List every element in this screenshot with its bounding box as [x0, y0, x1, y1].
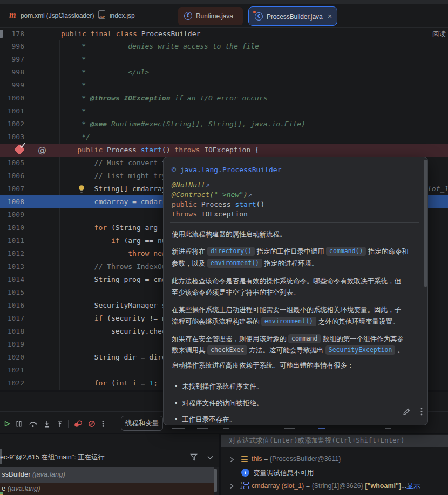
view-breakpoints-button[interactable]	[73, 419, 83, 428]
jsp-icon: JSP	[98, 10, 105, 19]
tab-runtime-java[interactable]: C Runtime.java	[178, 7, 243, 25]
sticky-code[interactable]: public final class ProcessBuilder	[61, 28, 200, 40]
step-over-button[interactable]	[29, 419, 37, 428]
sticky-line-number: 178	[0, 28, 24, 40]
line-number: 1011	[0, 234, 24, 247]
variable-name: this	[252, 455, 262, 463]
completion-item-selected[interactable]: ssBuilder (java.lang)	[0, 467, 214, 483]
class-icon: ©	[172, 166, 180, 174]
array-icon: 1 2	[240, 481, 249, 490]
line-number: 1020	[0, 351, 24, 364]
window-top-edge	[0, 0, 448, 4]
close-icon[interactable]: ×	[328, 11, 332, 21]
popup-doc-line: 此方法检查该命令是否是有效的操作系统命令。哪些命令有效取决于系统，但	[172, 276, 417, 287]
evaluate-input[interactable]: 对表达式求值(Enter)或添加监视(Ctrl+Shift+Enter)	[221, 435, 448, 447]
maven-icon: m	[9, 10, 18, 21]
popup-more-icon[interactable]	[419, 406, 424, 417]
class-completion-popup: ssBuilder (java.lang) e (java.lang)	[0, 467, 219, 495]
popup-signature-line: throws IOException	[172, 209, 248, 219]
sticky-header-line: 178 public final class ProcessBuilder 阅读	[0, 28, 448, 40]
code-line[interactable]: *	[60, 105, 86, 118]
line-number: 1000	[0, 92, 24, 105]
popup-doc-line: 使用此流程构建器的属性启动新流程。	[172, 229, 417, 240]
code-line[interactable]: */	[60, 131, 90, 144]
array-preview: ["whoami"]	[363, 482, 401, 490]
hidden-tab-fragment	[172, 428, 185, 429]
line-number: 1010	[0, 221, 24, 234]
annotation-gutter-icon[interactable]: @	[38, 144, 46, 157]
code-reference-chip[interactable]: directory()	[207, 247, 255, 256]
popup-bullet-line: 对程序文件的访问被拒绝。	[175, 398, 417, 409]
variable-value: {ProcessBuilder@3611}	[270, 455, 341, 463]
line-number: 1016	[0, 299, 24, 312]
code-line[interactable]: * @see Runtime#exec(String[], String[], …	[60, 118, 306, 131]
cut-icon-fragment	[0, 492, 3, 494]
tab-index-jsp[interactable]: JSP index.jsp	[95, 6, 160, 25]
resume-button[interactable]	[3, 419, 11, 428]
chevron-down-icon[interactable]	[207, 455, 214, 460]
code-line[interactable]: public Process start() throws IOExceptio…	[60, 144, 259, 157]
line-number: 1022	[0, 377, 24, 390]
pause-button[interactable]	[15, 419, 23, 428]
popup-doc-line: 数来调用其 checkExec 方法。这可能会导致抛出 SecurityExce…	[172, 345, 417, 356]
variables-panel: 对表达式求值(Enter)或添加监视(Ctrl+Shift+Enter) thi…	[221, 434, 448, 495]
code-reference-chip[interactable]: SecurityException	[325, 345, 396, 355]
code-line[interactable]: * @throws IOException if an I/O error oc…	[60, 92, 268, 105]
expand-chevron-icon[interactable]	[229, 483, 235, 490]
tab-label: ProcessBuilder.java	[267, 12, 323, 21]
completion-scrollbar[interactable]	[214, 469, 217, 492]
class-name: ssBuilder	[2, 470, 30, 478]
tab-label: pom.xml (JspClassloader)	[21, 11, 94, 20]
more-actions-icon[interactable]	[100, 419, 106, 428]
code-reference-chip[interactable]: command()	[326, 247, 366, 256]
code-reference-chip[interactable]: command	[288, 334, 321, 343]
code-line[interactable]: if (arg == null)	[60, 234, 179, 247]
documentation-popup: © java.lang.ProcessBuilder@NotNull↗@Cont…	[163, 157, 428, 425]
line-number: 1012	[0, 247, 24, 260]
tab-processbuilder-java[interactable]: C ProcessBuilder.java ×	[248, 6, 337, 26]
reader-mode-label[interactable]: 阅读	[432, 30, 446, 39]
package-name: (java.lang)	[32, 470, 65, 478]
step-into-button[interactable]	[43, 419, 51, 428]
popup-bullet-line: 未找到操作系统程序文件。	[175, 381, 417, 392]
line-number: 1019	[0, 338, 24, 351]
code-line[interactable]: * </ul>	[60, 66, 149, 79]
popup-doc-line: 新进程将在 directory() 指定的工作目录中调用 command() 指…	[172, 246, 417, 257]
popup-scrollbar[interactable]	[424, 160, 427, 287]
class-name: e	[2, 484, 5, 492]
mute-breakpoints-button[interactable]	[87, 419, 96, 428]
line-number: 1017	[0, 312, 24, 325]
code-line[interactable]: * denies write access to the file	[60, 40, 259, 53]
line-number: 1001	[0, 105, 24, 118]
tab-threads-variables[interactable]: 线程和变量	[121, 416, 163, 431]
edit-source-icon[interactable]	[402, 408, 411, 416]
variable-row-cmdarray[interactable]: 1 2 cmdarray (slot_1) = {String[1]@3626}…	[221, 479, 448, 492]
completion-item[interactable]: e (java.lang)	[0, 483, 214, 495]
line-number: 996	[0, 40, 24, 53]
line-number: 999	[0, 79, 24, 92]
code-reference-chip[interactable]: environment()	[207, 259, 262, 268]
filter-icon[interactable]	[189, 453, 198, 462]
thread-status[interactable]: ec-9"@2,615 在组"main": 正在运行	[0, 452, 105, 463]
hidden-tab-fragment	[318, 428, 325, 429]
step-out-button[interactable]	[56, 419, 64, 428]
code-reference-chip[interactable]: environment()	[261, 317, 316, 326]
hidden-tab-fragment	[223, 428, 229, 429]
line-number: 1013	[0, 260, 24, 273]
popup-doc-line: 在某些操作系统上启动进程可能需要一组最小的系统相关环境变量。因此，子	[172, 304, 417, 315]
show-link[interactable]: 显示	[407, 482, 420, 490]
code-line[interactable]: *	[60, 79, 86, 92]
line-number: 1021	[0, 364, 24, 377]
code-line[interactable]: *	[60, 53, 86, 66]
tab-pom-xml[interactable]: m pom.xml (JspClassloader)	[6, 6, 109, 25]
modified-dot	[253, 11, 256, 13]
popup-doc-line: 启动操作系统进程高度依赖于系统。可能出错的事情有很多：	[172, 360, 417, 371]
line-number: 997	[0, 53, 24, 66]
popup-doc-line: 参数，以及 environment() 指定的进程环境。	[172, 258, 417, 269]
code-reference-chip[interactable]: checkExec	[207, 345, 247, 355]
package-name: (java.lang)	[8, 484, 40, 492]
hidden-tab-fragment	[197, 428, 208, 429]
intention-bulb-icon[interactable]	[77, 184, 86, 193]
expand-chevron-icon[interactable]	[229, 456, 235, 463]
variable-row-this[interactable]: this = {ProcessBuilder@3611}	[221, 453, 448, 466]
